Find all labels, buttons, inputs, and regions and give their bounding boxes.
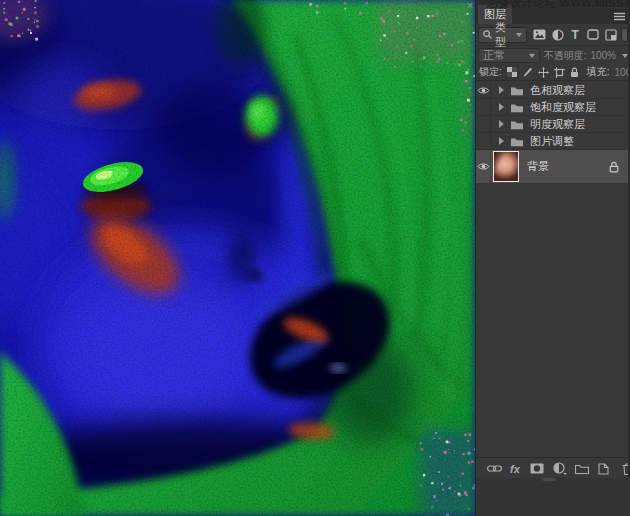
watermark-text: 思缘设计论坛 WWW.MISSYUAN.COM — [487, 0, 630, 11]
layer-thumbnail[interactable] — [493, 151, 519, 182]
image-filter-icon[interactable] — [531, 26, 549, 44]
panel-footer: fx — [476, 457, 630, 479]
blend-mode-dropdown[interactable]: 正常 — [478, 48, 540, 63]
eye-icon — [477, 86, 490, 95]
search-icon — [483, 30, 492, 39]
blend-row: 正常 不透明度: 100% — [476, 47, 630, 64]
layer-name: 饱和度观察层 — [530, 100, 596, 115]
layer-list-empty-area[interactable] — [476, 183, 630, 457]
folder-icon — [510, 102, 524, 113]
canvas-image[interactable] — [0, 0, 475, 516]
caret-icon[interactable] — [499, 120, 504, 128]
new-layer-icon[interactable] — [598, 461, 609, 477]
add-mask-icon[interactable] — [530, 461, 544, 477]
link-layers-icon[interactable] — [487, 461, 502, 477]
filter-row: 类型 T — [476, 24, 630, 46]
visibility-toggle[interactable] — [476, 151, 491, 183]
lock-transparency-icon[interactable] — [507, 66, 517, 79]
caret-icon[interactable] — [499, 137, 504, 145]
layer-name: 背景 — [527, 159, 549, 174]
lock-label: 锁定: — [479, 65, 502, 79]
folder-icon — [510, 119, 524, 130]
layer-name: 明度观察层 — [530, 117, 585, 132]
filter-kind-label: 类型 — [495, 20, 513, 50]
visibility-toggle[interactable] — [476, 134, 491, 149]
shape-filter-icon[interactable] — [584, 26, 602, 44]
caret-icon[interactable] — [499, 86, 504, 94]
visibility-toggle[interactable] — [476, 83, 491, 98]
new-adjustment-layer-icon[interactable] — [553, 461, 568, 477]
visibility-toggle[interactable] — [476, 100, 491, 115]
folder-icon — [510, 85, 524, 96]
lock-icon — [609, 161, 619, 173]
caret-icon[interactable] — [499, 103, 504, 111]
chevron-down-icon — [516, 33, 522, 37]
filter-kind-dropdown[interactable]: 类型 — [478, 27, 527, 43]
folder-icon — [510, 136, 524, 147]
opacity-value[interactable]: 100% — [590, 50, 616, 61]
new-group-icon[interactable] — [575, 461, 589, 477]
canvas-area[interactable] — [0, 0, 475, 516]
layer-style-fx-icon[interactable]: fx — [510, 461, 520, 477]
layer-row-lightness-group[interactable]: 明度观察层 — [476, 116, 630, 133]
opacity-label: 不透明度: — [544, 49, 587, 63]
lock-row: 锁定: 填充: 100% — [476, 64, 630, 81]
layer-row-saturation-group[interactable]: 饱和度观察层 — [476, 99, 630, 116]
document-close-icon[interactable]: × — [464, 0, 476, 11]
layers-panel: 图层 类型 T — [475, 0, 630, 516]
lock-pixels-icon[interactable] — [522, 66, 533, 79]
layer-name: 色相观察层 — [530, 83, 585, 98]
lock-position-icon[interactable] — [538, 66, 549, 79]
lock-all-icon[interactable] — [570, 66, 579, 79]
type-filter-icon[interactable]: T — [566, 26, 584, 44]
filter-toggle[interactable] — [621, 28, 628, 42]
layer-row-background[interactable]: 背景 — [476, 150, 630, 183]
smart-object-filter-icon[interactable] — [602, 26, 620, 44]
panel-bottom-strip — [476, 478, 630, 516]
chevron-down-icon — [529, 54, 535, 58]
layer-name: 图片调整 — [530, 134, 574, 149]
blend-mode-value: 正常 — [483, 48, 505, 63]
layer-row-adjust-group[interactable]: 图片调整 — [476, 133, 630, 150]
layer-row-hue-group[interactable]: 色相观察层 — [476, 82, 630, 99]
lock-artboard-icon[interactable] — [554, 66, 565, 79]
panel-resize-grip[interactable] — [542, 478, 556, 481]
visibility-toggle[interactable] — [476, 117, 491, 132]
eye-icon — [477, 162, 490, 171]
adjustment-filter-icon[interactable] — [549, 26, 567, 44]
photoshop-window: × 思缘设计论坛 WWW.MISSYUAN.COM 图层 类型 — [0, 0, 630, 516]
fill-label: 填充: — [587, 65, 610, 79]
